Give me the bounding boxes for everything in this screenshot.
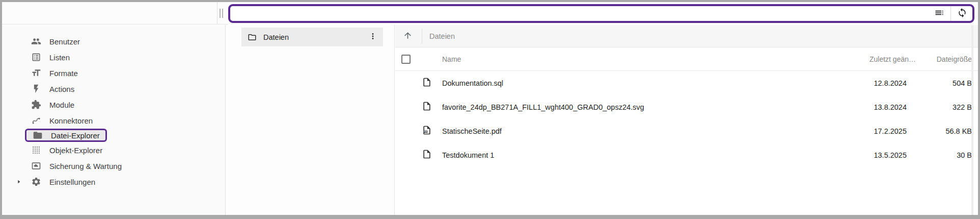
sidebar-item-datei-explorer[interactable]: Datei-Explorer [25, 129, 107, 142]
sidebar-item-formate[interactable]: Formate [2, 66, 225, 80]
file-size: 30 B [916, 151, 972, 159]
kebab-menu-icon [368, 32, 377, 42]
toolbar-divider [422, 29, 422, 44]
file-modified-date: 17.2.2025 [839, 127, 916, 135]
chevron-right-icon[interactable] [15, 178, 23, 186]
breadcrumb[interactable]: Dateien [429, 32, 455, 40]
app-window: Benutzer Listen Formate Actions Module K… [2, 2, 978, 215]
sidebar-item-module[interactable]: Module [2, 98, 225, 112]
sidebar-item-label: Actions [49, 85, 74, 93]
sidebar-item-konnektoren[interactable]: Konnektoren [2, 113, 225, 128]
file-list-panel: Dateien Name Zuletzt geän… Dateigröße Do… [395, 25, 978, 215]
file-name: favorite_24dp_BB271A_FILL1_wght400_GRAD0… [442, 103, 839, 111]
table-row[interactable]: Testdokument 1 13.5.2025 30 B [395, 143, 978, 167]
toc-button[interactable] [931, 7, 947, 21]
table-row[interactable]: StatischeSeite.pdf 17.2.2025 56.8 KB [395, 119, 978, 143]
header-divider [217, 2, 217, 25]
sync-button[interactable] [954, 7, 970, 21]
connector-icon [31, 115, 41, 126]
sidebar-item-objekt-explorer[interactable]: Objekt-Explorer [2, 143, 225, 157]
folder-tree-panel: Dateien [226, 25, 395, 215]
bolt-icon [31, 84, 41, 94]
resize-handle-icon [222, 9, 223, 18]
format-size-icon [31, 68, 41, 78]
sidebar-item-label: Benutzer [49, 37, 80, 46]
file-icon [422, 77, 432, 89]
file-table-header: Name Zuletzt geän… Dateigröße [395, 47, 978, 71]
sidebar-item-label: Listen [49, 53, 70, 62]
file-name: StatischeSeite.pdf [442, 127, 839, 135]
table-row[interactable]: Dokumentation.sql 12.8.2024 504 B [395, 71, 978, 95]
sidebar-header [2, 2, 228, 25]
users-icon [31, 36, 41, 46]
toc-icon [934, 8, 944, 19]
file-modified-date: 13.5.2025 [839, 151, 916, 159]
file-toolbar: Dateien [395, 25, 978, 47]
sidebar-item-sicherung-wartung[interactable]: Sicherung & Wartung [2, 159, 225, 173]
file-size: 322 B [916, 103, 972, 111]
list-icon [31, 52, 41, 62]
search-bar [228, 4, 974, 23]
file-size: 504 B [916, 79, 972, 87]
column-header-size[interactable]: Dateigröße [916, 55, 972, 63]
sidebar-item-label: Einstellungen [49, 178, 95, 186]
file-name: Dokumentation.sql [442, 79, 839, 87]
file-name: Testdokument 1 [442, 151, 839, 159]
tree-item-dateien[interactable]: Dateien [241, 28, 383, 46]
table-row[interactable]: favorite_24dp_BB271A_FILL1_wght400_GRAD0… [395, 95, 978, 119]
searchbar-divider [950, 6, 951, 21]
column-header-name[interactable]: Name [442, 55, 839, 63]
folder-icon [33, 130, 43, 140]
sidebar-item-label: Formate [49, 69, 78, 78]
tree-item-label: Dateien [263, 33, 367, 41]
file-icon [422, 101, 432, 113]
arrow-up-icon [403, 31, 413, 42]
file-modified-date: 12.8.2024 [839, 79, 916, 87]
sidebar-item-label: Sicherung & Wartung [49, 162, 122, 171]
app-root: { "app": { "accent_color": "#5b2b91", "f… [0, 0, 980, 219]
backup-icon [31, 161, 41, 171]
pdf-file-icon [422, 125, 432, 137]
sidebar-item-label: Datei-Explorer [51, 131, 100, 140]
column-header-modified[interactable]: Zuletzt geän… [839, 55, 916, 63]
sidebar-item-einstellungen[interactable]: Einstellungen [2, 175, 225, 189]
sidebar-item-label: Objekt-Explorer [49, 146, 102, 155]
navigate-up-button[interactable] [398, 27, 417, 45]
sidebar-item-label: Module [49, 101, 74, 109]
resize-handle-icon [220, 9, 221, 18]
sync-icon [957, 8, 967, 19]
file-icon [422, 149, 432, 161]
file-modified-date: 13.8.2024 [839, 103, 916, 111]
select-all-checkbox[interactable] [401, 55, 411, 64]
panel-resize-handle[interactable] [220, 9, 224, 18]
sidebar-item-actions[interactable]: Actions [2, 82, 225, 96]
tree-item-menu-button[interactable] [367, 31, 379, 43]
sidebar: Benutzer Listen Formate Actions Module K… [2, 25, 226, 215]
folder-outline-icon [248, 33, 257, 42]
sidebar-item-listen[interactable]: Listen [2, 50, 225, 64]
search-input[interactable] [230, 6, 931, 21]
gear-icon [31, 177, 41, 187]
sidebar-item-label: Konnektoren [49, 116, 93, 125]
puzzle-icon [31, 100, 41, 110]
file-size: 56.8 KB [916, 127, 972, 135]
dots-grid-icon [31, 145, 41, 155]
sidebar-item-benutzer[interactable]: Benutzer [2, 34, 225, 48]
scrollbar[interactable] [971, 25, 973, 215]
